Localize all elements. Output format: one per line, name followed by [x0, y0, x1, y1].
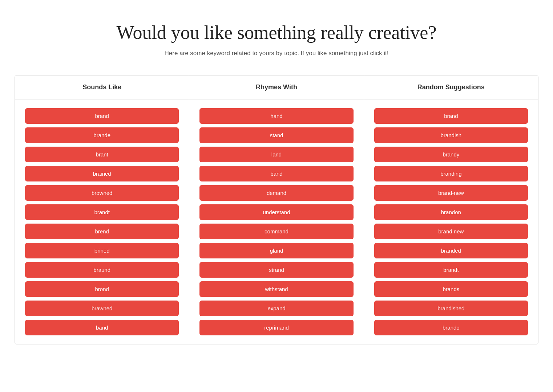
keyword-btn-rhymes-with-3[interactable]: band [199, 166, 353, 181]
column-body-sounds-like: brandbrandebrantbrainedbrownedbrandtbren… [15, 99, 189, 344]
keyword-btn-random-suggestions-2[interactable]: brandy [374, 147, 528, 162]
keyword-btn-sounds-like-8[interactable]: braund [25, 262, 179, 278]
column-header-random-suggestions: Random Suggestions [364, 75, 538, 99]
keyword-btn-rhymes-with-11[interactable]: reprimand [199, 320, 353, 335]
keyword-btn-random-suggestions-4[interactable]: brand-new [374, 185, 528, 201]
keyword-btn-random-suggestions-10[interactable]: brandished [374, 301, 528, 316]
keyword-btn-sounds-like-2[interactable]: brant [25, 147, 179, 162]
keyword-btn-random-suggestions-8[interactable]: brandt [374, 262, 528, 278]
keyword-btn-sounds-like-5[interactable]: brandt [25, 204, 179, 220]
column-random-suggestions: Random Suggestionsbrandbrandishbrandybra… [364, 75, 538, 344]
keyword-btn-sounds-like-1[interactable]: brande [25, 127, 179, 143]
keyword-btn-sounds-like-3[interactable]: brained [25, 166, 179, 181]
keyword-btn-rhymes-with-4[interactable]: demand [199, 185, 353, 201]
keyword-btn-random-suggestions-11[interactable]: brando [374, 320, 528, 335]
keyword-btn-rhymes-with-5[interactable]: understand [199, 204, 353, 220]
keyword-btn-random-suggestions-7[interactable]: branded [374, 243, 528, 258]
keyword-btn-sounds-like-7[interactable]: brined [25, 243, 179, 258]
keyword-btn-random-suggestions-1[interactable]: brandish [374, 127, 528, 143]
keyword-btn-sounds-like-4[interactable]: browned [25, 185, 179, 201]
page-title: Would you like something really creative… [15, 22, 538, 43]
keyword-btn-rhymes-with-2[interactable]: land [199, 147, 353, 162]
keyword-btn-rhymes-with-10[interactable]: expand [199, 301, 353, 316]
column-body-rhymes-with: handstandlandbanddemandunderstandcommand… [189, 99, 363, 344]
keyword-btn-random-suggestions-9[interactable]: brands [374, 281, 528, 297]
keyword-btn-rhymes-with-7[interactable]: gland [199, 243, 353, 258]
keyword-btn-sounds-like-6[interactable]: brend [25, 224, 179, 239]
page-container: Would you like something really creative… [0, 0, 553, 366]
keyword-btn-random-suggestions-3[interactable]: branding [374, 166, 528, 181]
keyword-btn-rhymes-with-8[interactable]: strand [199, 262, 353, 278]
keyword-btn-rhymes-with-1[interactable]: stand [199, 127, 353, 143]
keyword-btn-rhymes-with-6[interactable]: command [199, 224, 353, 239]
columns-container: Sounds Likebrandbrandebrantbrainedbrowne… [15, 75, 538, 344]
column-body-random-suggestions: brandbrandishbrandybrandingbrand-newbran… [364, 99, 538, 344]
keyword-btn-rhymes-with-9[interactable]: withstand [199, 281, 353, 297]
page-subtitle: Here are some keyword related to yours b… [15, 50, 538, 57]
keyword-btn-sounds-like-9[interactable]: brond [25, 281, 179, 297]
column-rhymes-with: Rhymes Withhandstandlandbanddemandunders… [189, 75, 364, 344]
column-header-rhymes-with: Rhymes With [189, 75, 363, 99]
keyword-btn-random-suggestions-0[interactable]: brand [374, 108, 528, 124]
keyword-btn-random-suggestions-6[interactable]: brand new [374, 224, 528, 239]
keyword-btn-sounds-like-10[interactable]: brawned [25, 301, 179, 316]
keyword-btn-sounds-like-0[interactable]: brand [25, 108, 179, 124]
column-sounds-like: Sounds Likebrandbrandebrantbrainedbrowne… [15, 75, 189, 344]
keyword-btn-sounds-like-11[interactable]: band [25, 320, 179, 335]
column-header-sounds-like: Sounds Like [15, 75, 189, 99]
keyword-btn-random-suggestions-5[interactable]: brandon [374, 204, 528, 220]
keyword-btn-rhymes-with-0[interactable]: hand [199, 108, 353, 124]
